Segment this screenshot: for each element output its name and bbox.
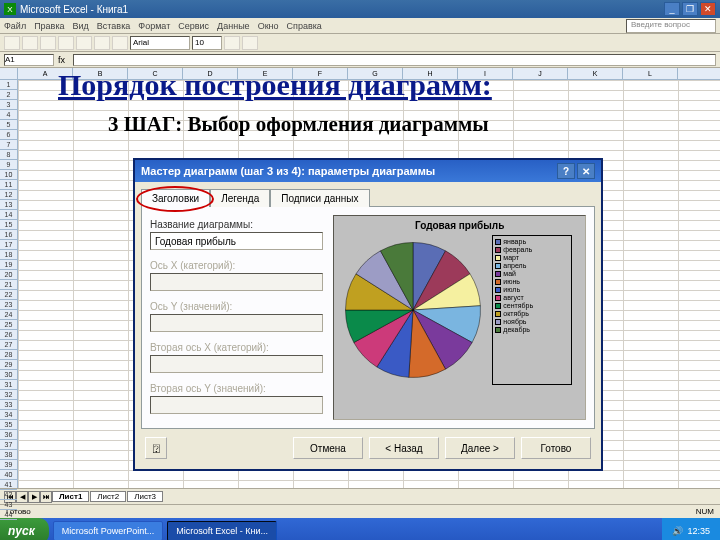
label-axis-y: Ось Y (значений):: [150, 301, 323, 312]
cancel-button[interactable]: Отмена: [293, 437, 363, 459]
input-axis-y: [150, 314, 323, 332]
taskbar-item-powerpoint[interactable]: Microsoft PowerPoint...: [53, 521, 164, 540]
size-combo[interactable]: 10: [192, 36, 222, 50]
sheet-tab-1[interactable]: Лист1: [52, 491, 89, 502]
tab-titles[interactable]: Заголовки: [141, 189, 210, 207]
input-axis-y2: [150, 396, 323, 414]
row-headers: 1234567891011121314151617181920212223242…: [0, 68, 18, 488]
menu-insert[interactable]: Вставка: [97, 21, 130, 31]
menu-window[interactable]: Окно: [258, 21, 279, 31]
chart-preview-title: Годовая прибыль: [338, 220, 581, 231]
num-indicator: NUM: [696, 507, 714, 516]
menu-format[interactable]: Формат: [138, 21, 170, 31]
dialog-title: Мастер диаграмм (шаг 3 из 4): параметры …: [141, 165, 435, 177]
fx-icon[interactable]: fx: [58, 55, 65, 65]
menu-view[interactable]: Вид: [73, 21, 89, 31]
label-axis-x: Ось X (категорий):: [150, 260, 323, 271]
legend-item: декабрь: [495, 326, 569, 333]
menu-bar: Файл Правка Вид Вставка Формат Сервис Да…: [0, 18, 720, 34]
label-chart-name: Название диаграммы:: [150, 219, 323, 230]
maximize-button[interactable]: ❐: [682, 2, 698, 16]
app-title: Microsoft Excel: [20, 4, 88, 15]
legend-item: февраль: [495, 246, 569, 253]
menu-file[interactable]: Файл: [4, 21, 26, 31]
spreadsheet-grid[interactable]: 1234567891011121314151617181920212223242…: [0, 68, 720, 488]
pie-chart-icon: [338, 235, 488, 385]
close-button[interactable]: ✕: [700, 2, 716, 16]
sheet-tab-3[interactable]: Лист3: [127, 491, 163, 502]
excel-icon: X: [4, 3, 16, 15]
back-button[interactable]: < Назад: [369, 437, 439, 459]
sheet-tab-2[interactable]: Лист2: [90, 491, 126, 502]
system-tray[interactable]: 🔊 12:35: [662, 518, 720, 540]
save-icon[interactable]: [40, 36, 56, 50]
italic-icon[interactable]: [242, 36, 258, 50]
sheet-nav-prev[interactable]: ◀: [16, 491, 28, 503]
chart-preview: Годовая прибыль январьфевральмартапрельм…: [333, 215, 586, 420]
help-button[interactable]: ⍰: [145, 437, 167, 459]
dialog-tabs: Заголовки Легенда Подписи данных: [141, 188, 595, 206]
taskbar-item-excel[interactable]: Microsoft Excel - Кни...: [167, 521, 277, 540]
next-button[interactable]: Далее >: [445, 437, 515, 459]
dialog-help-button[interactable]: ?: [557, 163, 575, 179]
finish-button[interactable]: Готово: [521, 437, 591, 459]
formula-bar: A1 fx: [0, 52, 720, 68]
status-bar: Готово NUM: [0, 504, 720, 518]
tray-icon: 🔊: [672, 526, 683, 536]
chart-legend: январьфевральмартапрельмайиюньиюльавгуст…: [492, 235, 572, 385]
menu-tools[interactable]: Сервис: [178, 21, 209, 31]
legend-item: сентябрь: [495, 302, 569, 309]
legend-item: март: [495, 254, 569, 261]
ask-question-box[interactable]: Введите вопрос: [626, 19, 716, 33]
menu-edit[interactable]: Правка: [34, 21, 64, 31]
font-combo[interactable]: Arial: [130, 36, 190, 50]
minimize-button[interactable]: _: [664, 2, 680, 16]
input-axis-x2: [150, 355, 323, 373]
windows-taskbar: пуск Microsoft PowerPoint... Microsoft E…: [0, 518, 720, 540]
legend-item: июль: [495, 286, 569, 293]
start-button[interactable]: пуск: [0, 518, 49, 540]
legend-item: январь: [495, 238, 569, 245]
open-icon[interactable]: [22, 36, 38, 50]
sheet-nav-next[interactable]: ▶: [28, 491, 40, 503]
legend-item: апрель: [495, 262, 569, 269]
label-axis-y2: Вторая ось Y (значений):: [150, 383, 323, 394]
copy-icon[interactable]: [94, 36, 110, 50]
slide-title: Порядок построения диаграмм:: [58, 68, 492, 102]
formula-input[interactable]: [73, 54, 716, 66]
dialog-titlebar: Мастер диаграмм (шаг 3 из 4): параметры …: [135, 160, 601, 182]
legend-item: ноябрь: [495, 318, 569, 325]
legend-item: май: [495, 270, 569, 277]
sheet-tab-bar: ⏮ ◀ ▶ ⏭ Лист1 Лист2 Лист3: [0, 488, 720, 504]
legend-item: октябрь: [495, 310, 569, 317]
menu-help[interactable]: Справка: [287, 21, 322, 31]
legend-item: июнь: [495, 278, 569, 285]
input-axis-x: [150, 273, 323, 291]
doc-title: Книга1: [97, 4, 128, 15]
sheet-nav-last[interactable]: ⏭: [40, 491, 52, 503]
new-icon[interactable]: [4, 36, 20, 50]
slide-subtitle: 3 ШАГ: Выбор оформления диаграммы: [108, 112, 489, 137]
chart-wizard-dialog: Мастер диаграмм (шаг 3 из 4): параметры …: [133, 158, 603, 471]
print-icon[interactable]: [58, 36, 74, 50]
input-chart-name[interactable]: [150, 232, 323, 250]
tab-legend[interactable]: Легенда: [210, 189, 270, 207]
window-titlebar: X Microsoft Excel - Книга1 _ ❐ ✕: [0, 0, 720, 18]
tab-datalabels[interactable]: Подписи данных: [270, 189, 369, 207]
legend-item: август: [495, 294, 569, 301]
bold-icon[interactable]: [224, 36, 240, 50]
paste-icon[interactable]: [112, 36, 128, 50]
clock: 12:35: [687, 526, 710, 536]
cut-icon[interactable]: [76, 36, 92, 50]
menu-data[interactable]: Данные: [217, 21, 250, 31]
name-box[interactable]: A1: [4, 54, 54, 66]
label-axis-x2: Вторая ось X (категорий):: [150, 342, 323, 353]
standard-toolbar: Arial 10: [0, 34, 720, 52]
dialog-close-button[interactable]: ✕: [577, 163, 595, 179]
